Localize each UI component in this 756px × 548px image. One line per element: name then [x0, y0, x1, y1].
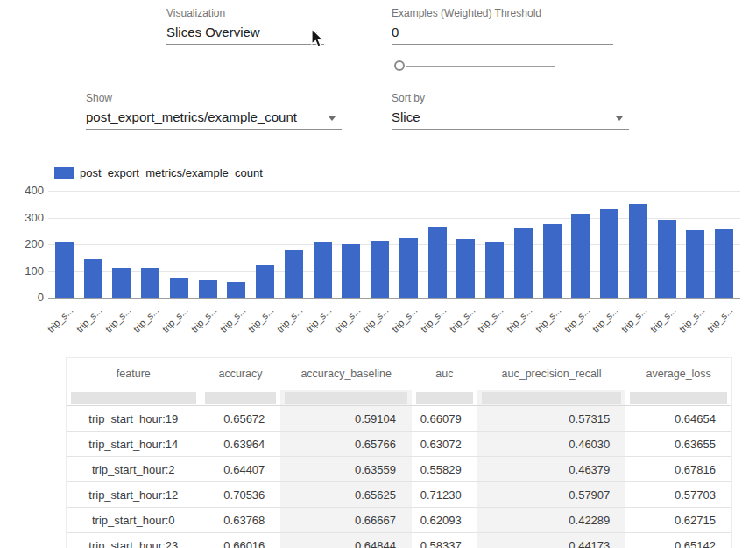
column-header-accuracy_baseline[interactable]: accuracy_baseline — [280, 358, 412, 390]
cell-accuracy: 0.66016 — [201, 533, 281, 548]
bar[interactable] — [199, 280, 217, 298]
sort-by-label: Sort by — [392, 92, 629, 106]
bar[interactable] — [658, 220, 676, 298]
threshold-value: 0 — [392, 25, 399, 39]
filter-cell — [625, 390, 731, 405]
bar[interactable] — [227, 282, 245, 298]
table-filter-row — [67, 390, 731, 406]
y-axis-tick: 400 — [16, 184, 44, 198]
filter-input-feature[interactable] — [71, 392, 196, 404]
column-header-feature[interactable]: feature — [67, 358, 201, 390]
sort-by-value: Slice — [392, 109, 420, 124]
column-header-accuracy[interactable]: accuracy — [201, 358, 281, 390]
filter-input-accuracy[interactable] — [205, 392, 277, 404]
cell-auc: 0.55829 — [412, 457, 477, 481]
bar[interactable] — [543, 224, 562, 298]
cell-auc_precision_recall: 0.42289 — [477, 508, 626, 532]
filter-cell — [412, 390, 477, 405]
visualization-label: Visualization — [166, 7, 324, 21]
bar[interactable] — [342, 244, 360, 298]
cell-accuracy_baseline: 0.59104 — [280, 406, 412, 431]
bar[interactable] — [55, 242, 74, 298]
metrics-table: featureaccuracyaccuracy_baselineaucauc_p… — [66, 357, 732, 548]
bar[interactable] — [571, 214, 590, 298]
column-header-average_loss[interactable]: average_loss — [625, 358, 731, 390]
x-axis-labels: trip_s...trip_s...trip_s...trip_s...trip… — [50, 299, 738, 348]
bar[interactable] — [256, 265, 274, 298]
mouse-cursor — [309, 28, 325, 49]
table-row: trip_start_hour:230.660160.648440.583370… — [67, 533, 731, 548]
cell-accuracy_baseline: 0.64844 — [280, 533, 412, 548]
bar[interactable] — [514, 228, 533, 298]
legend-label: post_export_metrics/example_count — [80, 166, 263, 179]
slider-knob[interactable] — [394, 60, 405, 71]
y-axis-tick: 100 — [16, 264, 44, 278]
example-count-bar-chart: 0100200300400 trip_s...trip_s...trip_s..… — [18, 191, 749, 357]
filter-input-auc_precision_recall[interactable] — [482, 392, 622, 404]
slices-overview-page: Visualization Slices Overview Examples (… — [0, 0, 756, 548]
show-value: post_export_metrics/example_count — [86, 109, 297, 124]
bar[interactable] — [285, 250, 303, 298]
table-row: trip_start_hour:190.656720.591040.660790… — [67, 406, 731, 432]
bar[interactable] — [485, 242, 504, 298]
filter-input-accuracy_baseline[interactable] — [285, 392, 407, 404]
y-axis-tick: 0 — [16, 291, 44, 305]
cell-feature: trip_start_hour:14 — [67, 432, 201, 456]
cell-feature: trip_start_hour:0 — [67, 508, 201, 532]
filter-cell — [67, 390, 201, 405]
slider-track[interactable] — [406, 66, 555, 67]
cell-auc_precision_recall: 0.46379 — [477, 457, 626, 481]
table-header-row: featureaccuracyaccuracy_baselineaucauc_p… — [67, 358, 731, 390]
filter-input-average_loss[interactable] — [630, 392, 727, 404]
cell-auc: 0.62093 — [412, 508, 477, 532]
show-dropdown[interactable]: post_export_metrics/example_count — [86, 106, 342, 130]
bar[interactable] — [456, 239, 475, 298]
bar[interactable] — [371, 241, 389, 298]
bar[interactable] — [314, 242, 332, 298]
bar[interactable] — [84, 259, 102, 298]
y-axis-tick: 300 — [16, 211, 44, 225]
threshold-control: Examples (Weighted) Threshold 0 — [392, 7, 613, 45]
threshold-input[interactable]: 0 — [392, 21, 613, 45]
legend-color-swatch — [54, 167, 74, 179]
cell-accuracy: 0.63964 — [201, 432, 281, 456]
y-axis-tick: 200 — [16, 237, 44, 251]
bar[interactable] — [715, 229, 733, 298]
plot-area — [50, 191, 738, 298]
filter-input-auc[interactable] — [416, 392, 473, 404]
bar[interactable] — [399, 238, 418, 298]
cell-accuracy: 0.63768 — [201, 508, 281, 532]
cell-average_loss: 0.64654 — [625, 406, 731, 431]
bar[interactable] — [629, 204, 647, 298]
table-row: trip_start_hour:00.637680.666670.620930.… — [67, 508, 731, 533]
cell-average_loss: 0.65142 — [625, 533, 731, 548]
table-row: trip_start_hour:140.639640.657660.630720… — [67, 432, 731, 457]
visualization-dropdown[interactable]: Slices Overview — [166, 21, 324, 45]
bar[interactable] — [112, 268, 131, 298]
cell-auc_precision_recall: 0.57315 — [477, 406, 626, 431]
chevron-down-icon[interactable] — [329, 116, 336, 121]
bar[interactable] — [428, 227, 447, 298]
bar[interactable] — [170, 278, 188, 298]
gridline — [48, 191, 740, 192]
sort-by-dropdown[interactable]: Slice — [392, 106, 629, 130]
chevron-down-icon[interactable] — [616, 116, 623, 121]
bar[interactable] — [686, 230, 704, 298]
cell-auc_precision_recall: 0.44173 — [477, 533, 626, 548]
sort-by-control: Sort by Slice — [392, 92, 629, 130]
show-control: Show post_export_metrics/example_count — [86, 92, 342, 130]
table-row: trip_start_hour:120.705360.656250.712300… — [67, 482, 731, 508]
cell-average_loss: 0.67816 — [625, 457, 731, 481]
cell-accuracy: 0.64407 — [201, 457, 281, 481]
threshold-label: Examples (Weighted) Threshold — [392, 7, 613, 21]
cell-average_loss: 0.57703 — [625, 482, 731, 507]
cell-feature: trip_start_hour:23 — [67, 533, 201, 548]
cell-auc_precision_recall: 0.57907 — [477, 482, 626, 507]
bar[interactable] — [141, 268, 159, 298]
column-header-auc[interactable]: auc — [412, 358, 477, 390]
threshold-slider[interactable] — [394, 60, 556, 74]
column-header-auc_precision_recall[interactable]: auc_precision_recall — [477, 358, 626, 390]
bar[interactable] — [600, 209, 618, 298]
cell-accuracy: 0.70536 — [201, 482, 281, 507]
cell-auc: 0.63072 — [412, 432, 477, 456]
